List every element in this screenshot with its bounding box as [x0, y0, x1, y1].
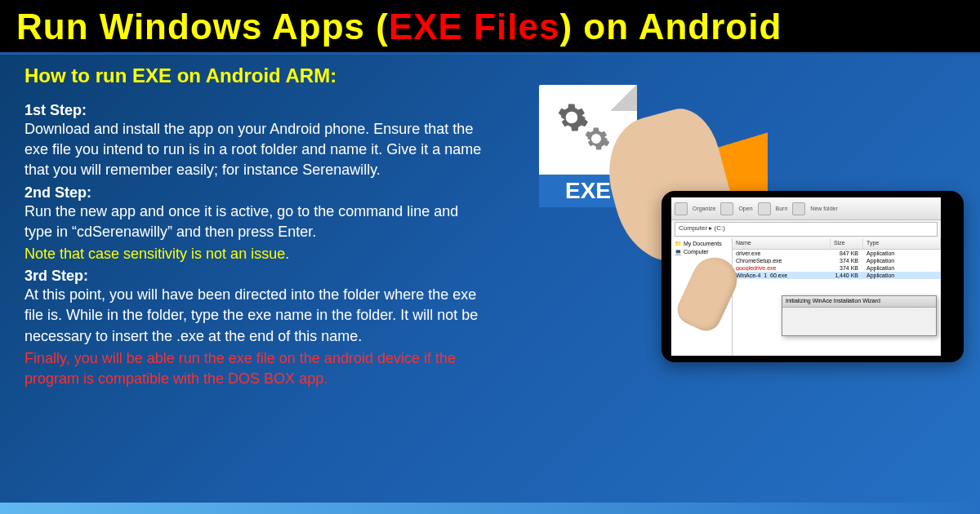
file-size: 374 KB	[831, 265, 863, 271]
final-note: Finally, you will be able run the exe fi…	[24, 348, 490, 389]
file-row[interactable]: WinAce-4_1_60.exe 1,440 KB Application	[733, 272, 941, 279]
col-name[interactable]: Name	[733, 238, 831, 249]
step2-note: Note that case sensitivity is not an iss…	[24, 244, 490, 264]
file-name: googledrive.exe	[733, 265, 831, 271]
page-title: Run Windows Apps (EXE Files) on Android	[16, 7, 964, 47]
gear-icon	[581, 124, 611, 153]
instructions-column: How to run EXE on Android ARM: 1st Step:…	[24, 64, 490, 389]
tree-label: Computer	[684, 249, 709, 255]
folder-icon: 📁	[675, 241, 682, 246]
title-part1: Run Windows Apps (	[16, 7, 389, 47]
step1-heading: 1st Step:	[24, 102, 490, 119]
col-type[interactable]: Type	[863, 238, 941, 249]
dialog-body	[782, 308, 936, 317]
toolbar-button[interactable]	[758, 202, 771, 215]
file-row[interactable]: ChromeSetup.exe 374 KB Application	[733, 257, 941, 264]
content-area: How to run EXE on Android ARM: 1st Step:…	[0, 55, 980, 397]
file-name: ChromeSetup.exe	[733, 258, 831, 264]
bottom-accent	[0, 503, 980, 514]
toolbar-label: Organize	[693, 206, 715, 211]
step2-heading: 2nd Step:	[24, 184, 490, 202]
file-size: 1,440 KB	[831, 273, 863, 278]
step2-text: Run the new app and once it is active, g…	[24, 202, 490, 242]
file-name: driver.exe	[733, 250, 831, 256]
file-row[interactable]: driver.exe 847 KB Application	[733, 250, 941, 257]
step3-heading: 3rd Step:	[24, 268, 490, 285]
computer-icon: 💻	[675, 249, 682, 255]
title-part2: EXE Files	[389, 7, 560, 47]
page-fold-icon	[611, 85, 637, 111]
toolbar-button[interactable]	[675, 202, 688, 215]
col-size[interactable]: Size	[831, 238, 863, 249]
file-row[interactable]: googledrive.exe 374 KB Application	[733, 264, 941, 272]
step1-text: Download and install the app on your And…	[24, 119, 490, 181]
title-bar: Run Windows Apps (EXE Files) on Android	[0, 0, 980, 55]
toolbar-label: Open	[738, 206, 752, 211]
file-list: Name Size Type driver.exe 847 KB Applica…	[733, 238, 941, 356]
dialog-title: Initializing WinAce Installation Wizard	[782, 296, 936, 308]
toolbar-label: New folder	[810, 206, 837, 211]
toolbar-label: Burn	[776, 206, 788, 211]
file-type: Application	[863, 265, 941, 271]
file-list-header: Name Size Type	[733, 238, 941, 250]
title-part3: ) on Android	[559, 7, 782, 47]
address-bar[interactable]: Computer ▸ (C:)	[675, 222, 938, 237]
file-size: 847 KB	[831, 250, 863, 256]
file-type: Application	[863, 250, 941, 256]
tree-label: My Documents	[684, 241, 722, 246]
explorer-toolbar: Organize Open Burn New folder	[671, 197, 941, 220]
illustration-column: EXE Organize Open	[506, 64, 956, 389]
file-name: WinAce-4_1_60.exe	[733, 273, 831, 278]
file-type: Application	[863, 273, 941, 278]
step3-text: At this point, you will have been direct…	[24, 285, 490, 347]
file-type: Application	[863, 258, 941, 264]
toolbar-button[interactable]	[792, 202, 805, 215]
subtitle: How to run EXE on Android ARM:	[24, 64, 490, 87]
tree-item[interactable]: 💻 Computer	[673, 248, 730, 256]
install-dialog[interactable]: Initializing WinAce Installation Wizard	[782, 295, 937, 336]
toolbar-button[interactable]	[720, 202, 733, 215]
file-size: 374 KB	[831, 258, 863, 264]
tree-item[interactable]: 📁 My Documents	[673, 240, 730, 248]
